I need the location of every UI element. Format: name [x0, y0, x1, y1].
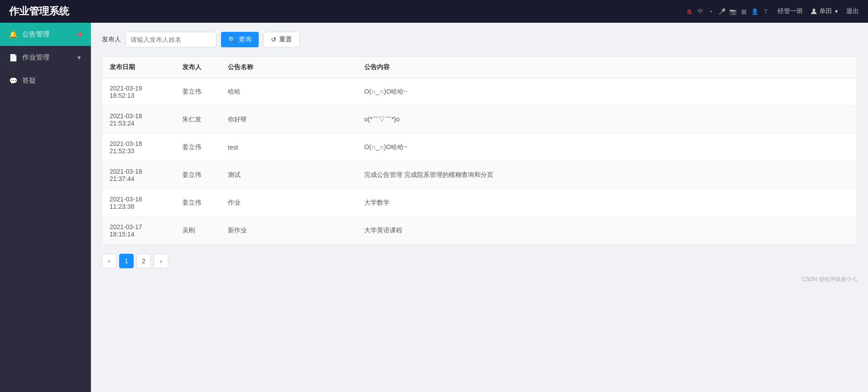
- table-row: 2021-03-18 21:52:33 姜立伟 test O(∩_∩)O哈哈~: [102, 134, 857, 161]
- nav-user-menu[interactable]: 单田 ▼: [810, 7, 839, 15]
- nav-class-label: 经管一班: [778, 7, 803, 15]
- cell-title: test: [221, 134, 357, 161]
- pagination: ‹ 1 2 ›: [102, 254, 857, 268]
- search-bar: 发布人 🔍 查询 ↺ 重置: [102, 32, 857, 47]
- sidebar-homework-label: 作业管理: [22, 53, 72, 62]
- cell-content: 大学数学: [357, 189, 857, 217]
- sidebar-item-announcement[interactable]: 🔔 公告管理: [0, 23, 91, 46]
- cell-publisher: 姜立伟: [175, 161, 221, 189]
- cell-content: 大学英语课程: [357, 217, 857, 245]
- user-avatar-icon: [810, 8, 818, 15]
- col-header-date: 发布日期: [102, 57, 175, 78]
- search-publisher-label: 发布人: [102, 35, 121, 44]
- taskbar-s-icon: S: [685, 7, 694, 16]
- bell-icon: 🔔: [9, 30, 18, 39]
- col-header-title: 公告名称: [221, 57, 357, 78]
- cell-date: 2021-03-17 18:15:14: [102, 217, 175, 245]
- top-nav: 作业管理系统 S 中 • 🎤 📷 ▦ 👤 T 经管一班 单田 ▼ 退出: [0, 0, 868, 23]
- body-layout: 🔔 公告管理 📄 作业管理 ▼ 💬 答疑 发布人 🔍 查询 ↺ 重置: [0, 23, 868, 392]
- table-row: 2021-03-17 18:15:14 吴刚 新作业 大学英语课程: [102, 217, 857, 245]
- cell-content: o(*￣▽￣*)o: [357, 106, 857, 134]
- taskbar-icons: S 中 • 🎤 📷 ▦ 👤 T: [685, 7, 770, 16]
- page-2-button[interactable]: 2: [136, 254, 151, 268]
- cell-date: 2021-03-18 21:37:44: [102, 161, 175, 189]
- cell-date: 2021-03-18 11:23:38: [102, 189, 175, 217]
- cell-publisher: 姜立伟: [175, 189, 221, 217]
- main-content: 发布人 🔍 查询 ↺ 重置 发布日期 发布人 公告名称 公告内容: [91, 23, 868, 392]
- taskbar-icon3: •: [707, 7, 716, 16]
- page-1-button[interactable]: 1: [119, 254, 134, 268]
- taskbar-grid-icon: ▦: [739, 7, 748, 16]
- next-page-button[interactable]: ›: [154, 254, 168, 268]
- svg-point-0: [813, 9, 815, 11]
- chat-icon: 💬: [9, 77, 18, 85]
- cell-publisher: 姜立伟: [175, 78, 221, 106]
- table-header-row: 发布日期 发布人 公告名称 公告内容: [102, 57, 857, 78]
- cell-title: 测试: [221, 161, 357, 189]
- chevron-down-icon: ▼: [76, 55, 82, 61]
- table-row: 2021-03-18 11:23:38 姜立伟 作业 大学数学: [102, 189, 857, 217]
- cell-publisher: 朱仁发: [175, 106, 221, 134]
- sidebar-item-qa[interactable]: 💬 答疑: [0, 69, 91, 92]
- nav-user-arrow: ▼: [834, 9, 839, 14]
- nav-user-label: 单田: [819, 7, 832, 15]
- cell-title: 哈哈: [221, 78, 357, 106]
- top-nav-right: S 中 • 🎤 📷 ▦ 👤 T 经管一班 单田 ▼ 退出: [685, 7, 859, 16]
- sidebar: 🔔 公告管理 📄 作业管理 ▼ 💬 答疑: [0, 23, 91, 392]
- cell-date: 2021-03-19 18:52:13: [102, 78, 175, 106]
- cell-content: O(∩_∩)O哈哈~: [357, 134, 857, 161]
- reset-label: 重置: [279, 35, 292, 44]
- reset-button[interactable]: ↺ 重置: [263, 32, 300, 47]
- taskbar-mic-icon: 🎤: [717, 7, 727, 16]
- cell-publisher: 吴刚: [175, 217, 221, 245]
- table-row: 2021-03-19 18:52:13 姜立伟 哈哈 O(∩_∩)O哈哈~: [102, 78, 857, 106]
- cell-title: 作业: [221, 189, 357, 217]
- cell-date: 2021-03-18 21:53:24: [102, 106, 175, 134]
- table-row: 2021-03-18 21:53:24 朱仁发 你好呀 o(*￣▽￣*)o: [102, 106, 857, 134]
- sidebar-item-homework[interactable]: 📄 作业管理 ▼: [0, 46, 91, 69]
- col-header-publisher: 发布人: [175, 57, 221, 78]
- cell-date: 2021-03-18 21:52:33: [102, 134, 175, 161]
- announcement-table: 发布日期 发布人 公告名称 公告内容 2021-03-19 18:52:13 姜…: [102, 56, 857, 245]
- footer-credit: CSDN @程序猿麦小七: [102, 276, 857, 287]
- doc-icon: 📄: [9, 54, 18, 62]
- search-icon: 🔍: [228, 36, 236, 43]
- search-input[interactable]: [125, 32, 216, 47]
- prev-page-button[interactable]: ‹: [102, 254, 116, 268]
- cell-title: 你好呀: [221, 106, 357, 134]
- taskbar-t-icon: T: [761, 7, 770, 16]
- cell-title: 新作业: [221, 217, 357, 245]
- taskbar-icon2: 中: [696, 7, 705, 16]
- cell-publisher: 姜立伟: [175, 134, 221, 161]
- query-button[interactable]: 🔍 查询: [221, 32, 259, 47]
- app-title: 作业管理系统: [9, 5, 69, 18]
- cell-content: O(∩_∩)O哈哈~: [357, 78, 857, 106]
- cell-content: 完成公告管理 完成院系管理的模糊查询和分页: [357, 161, 857, 189]
- sidebar-qa-label: 答疑: [22, 76, 82, 85]
- query-label: 查询: [239, 35, 251, 44]
- table-row: 2021-03-18 21:37:44 姜立伟 测试 完成公告管理 完成院系管理…: [102, 161, 857, 189]
- sidebar-announcement-label: 公告管理: [22, 30, 72, 39]
- nav-logout-button[interactable]: 退出: [846, 7, 859, 15]
- taskbar-screen-icon: 📷: [728, 7, 738, 16]
- taskbar-user-icon: 👤: [750, 7, 759, 16]
- reset-icon: ↺: [271, 36, 276, 43]
- col-header-content: 公告内容: [357, 57, 857, 78]
- announcement-badge: [78, 33, 82, 36]
